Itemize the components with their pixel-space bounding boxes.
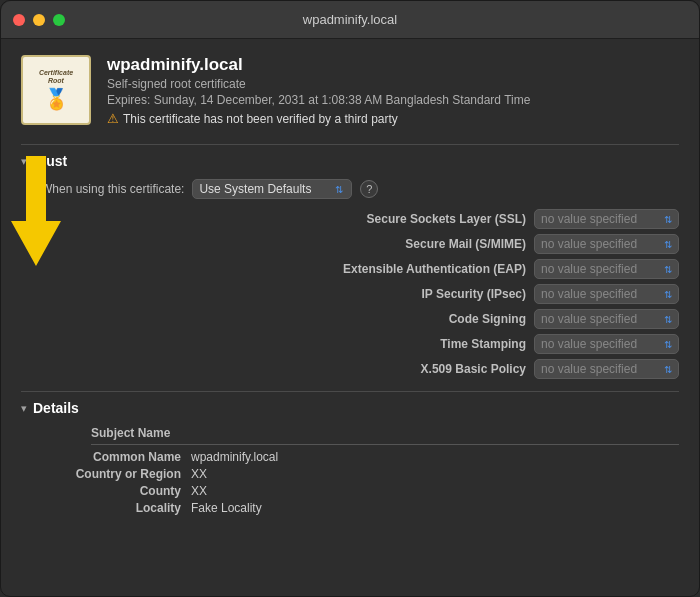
minimize-button[interactable] [33,14,45,26]
detail-value: XX [191,467,207,481]
dropdown-stepper-icon: ⇅ [664,289,672,300]
trust-row: Code Signing no value specified ⇅ [31,309,679,329]
when-using-row: When using this certificate: Use System … [31,179,679,199]
trust-row: X.509 Basic Policy no value specified ⇅ [31,359,679,379]
detail-label: Country or Region [31,467,191,481]
system-defaults-dropdown[interactable]: Use System Defaults ⇅ [192,179,352,199]
trust-rows: Secure Sockets Layer (SSL) no value spec… [31,209,679,379]
trust-chevron-icon: ▾ [21,155,27,168]
detail-label: County [31,484,191,498]
close-button[interactable] [13,14,25,26]
detail-value: XX [191,484,207,498]
dropdown-stepper-icon: ⇅ [664,364,672,375]
window: wpadminify.local CertificateRoot 🏅 wpadm… [0,0,700,597]
cert-icon-text: CertificateRoot [39,69,73,86]
trust-row-label: Code Signing [306,312,526,326]
cert-warning: ⚠ This certificate has not been verified… [107,111,679,126]
subject-name-header: Subject Name [31,426,679,440]
detail-value: wpadminify.local [191,450,278,464]
trust-row-value: no value specified [541,212,637,226]
details-section-title: Details [33,400,79,416]
detail-row: Country or Region XX [31,467,679,481]
help-button[interactable]: ? [360,180,378,198]
cert-icon-seal: 🏅 [44,87,69,111]
cert-name: wpadminify.local [107,55,679,75]
detail-label: Common Name [31,450,191,464]
titlebar: wpadminify.local [1,1,699,39]
trust-row-value: no value specified [541,312,637,326]
detail-row: Locality Fake Locality [31,501,679,515]
trust-row-value: no value specified [541,287,637,301]
trust-row-dropdown[interactable]: no value specified ⇅ [534,259,679,279]
trust-divider [21,144,679,145]
trust-row: Secure Sockets Layer (SSL) no value spec… [31,209,679,229]
trust-row-dropdown[interactable]: no value specified ⇅ [534,309,679,329]
subject-divider [91,444,679,445]
trust-row-value: no value specified [541,362,637,376]
when-using-label: When using this certificate: [41,182,184,196]
warning-icon: ⚠ [107,111,119,126]
trust-row-label: Secure Mail (S/MIME) [306,237,526,251]
detail-row: County XX [31,484,679,498]
details-chevron-icon: ▾ [21,402,27,415]
trust-row: Extensible Authentication (EAP) no value… [31,259,679,279]
trust-row-value: no value specified [541,262,637,276]
dropdown-stepper-icon: ⇅ [664,314,672,325]
certificate-icon: CertificateRoot 🏅 [21,55,91,125]
dropdown-stepper-icon: ⇅ [664,214,672,225]
trust-row-label: IP Security (IPsec) [306,287,526,301]
trust-row: IP Security (IPsec) no value specified ⇅ [31,284,679,304]
trust-row: Time Stamping no value specified ⇅ [31,334,679,354]
trust-row: Secure Mail (S/MIME) no value specified … [31,234,679,254]
cert-type: Self-signed root certificate [107,77,679,91]
trust-section-title: Trust [33,153,67,169]
trust-row-dropdown[interactable]: no value specified ⇅ [534,209,679,229]
trust-row-label: X.509 Basic Policy [306,362,526,376]
detail-label: Locality [31,501,191,515]
trust-row-label: Secure Sockets Layer (SSL) [306,212,526,226]
trust-section-header[interactable]: ▾ Trust [21,153,679,169]
dropdown-stepper-icon: ⇅ [664,239,672,250]
details-content: Subject Name Common Name wpadminify.loca… [21,426,679,515]
trust-row-value: no value specified [541,237,637,251]
cert-expires: Expires: Sunday, 14 December, 2031 at 1:… [107,93,679,107]
details-section-header[interactable]: ▾ Details [21,400,679,416]
help-label: ? [366,183,372,195]
trust-row-label: Time Stamping [306,337,526,351]
trust-row-value: no value specified [541,337,637,351]
trust-row-dropdown[interactable]: no value specified ⇅ [534,334,679,354]
system-defaults-value: Use System Defaults [199,182,311,196]
dropdown-stepper-icon: ⇅ [664,339,672,350]
content-area: CertificateRoot 🏅 wpadminify.local Self-… [1,39,699,596]
window-title: wpadminify.local [303,12,397,27]
cert-info: wpadminify.local Self-signed root certif… [107,55,679,126]
trust-section-content: When using this certificate: Use System … [21,179,679,379]
dropdown-stepper-icon: ⇅ [664,264,672,275]
trust-row-dropdown[interactable]: no value specified ⇅ [534,234,679,254]
cert-warning-text: This certificate has not been verified b… [123,112,398,126]
detail-rows: Common Name wpadminify.local Country or … [31,450,679,515]
details-divider [21,391,679,392]
trust-row-label: Extensible Authentication (EAP) [306,262,526,276]
traffic-lights [13,14,65,26]
maximize-button[interactable] [53,14,65,26]
trust-row-dropdown[interactable]: no value specified ⇅ [534,284,679,304]
detail-value: Fake Locality [191,501,262,515]
trust-row-dropdown[interactable]: no value specified ⇅ [534,359,679,379]
certificate-header: CertificateRoot 🏅 wpadminify.local Self-… [21,55,679,126]
dropdown-arrows-icon: ⇅ [335,184,343,195]
detail-row: Common Name wpadminify.local [31,450,679,464]
